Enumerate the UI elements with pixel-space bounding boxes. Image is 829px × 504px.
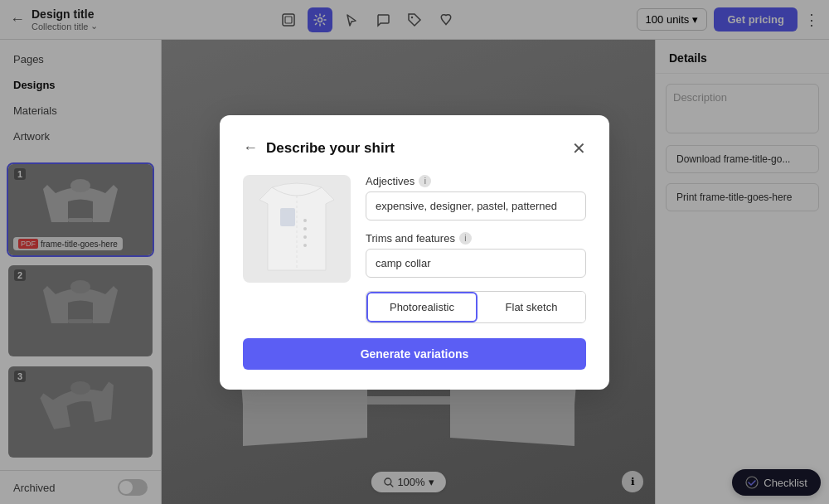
modal-header: ← Describe your shirt ✕ [243,138,586,158]
adjectives-info-icon[interactable]: i [419,175,431,187]
adjectives-input[interactable] [366,191,586,220]
adjectives-label: Adjectives i [366,175,586,187]
svg-rect-16 [280,208,295,226]
svg-point-14 [303,235,307,239]
flat-sketch-button[interactable]: Flat sketch [478,292,585,322]
modal-overlay: ← Describe your shirt ✕ [0,0,829,504]
trims-info-icon[interactable]: i [459,232,472,245]
svg-point-12 [303,219,307,222]
trims-input[interactable] [366,249,586,278]
modal-body: Adjectives i Trims and features i Photor… [243,175,586,323]
adjectives-field-group: Adjectives i [366,175,586,220]
modal-back-button[interactable]: ← [243,139,258,157]
trims-field-group: Trims and features i [366,232,586,278]
svg-point-15 [303,244,307,247]
shirt-svg [251,179,342,279]
shirt-preview [243,175,351,283]
photorealistic-button[interactable]: Photorealistic [366,292,478,322]
modal-title: Describe your shirt [266,140,395,157]
modal-form: Adjectives i Trims and features i Photor… [366,175,586,323]
describe-shirt-modal: ← Describe your shirt ✕ [220,115,609,390]
svg-point-13 [303,227,307,230]
trims-label: Trims and features i [366,232,586,245]
modal-close-button[interactable]: ✕ [572,138,586,158]
modal-title-row: ← Describe your shirt [243,139,395,157]
style-toggle: Photorealistic Flat sketch [366,291,586,323]
generate-variations-button[interactable]: Generate variations [243,338,586,370]
